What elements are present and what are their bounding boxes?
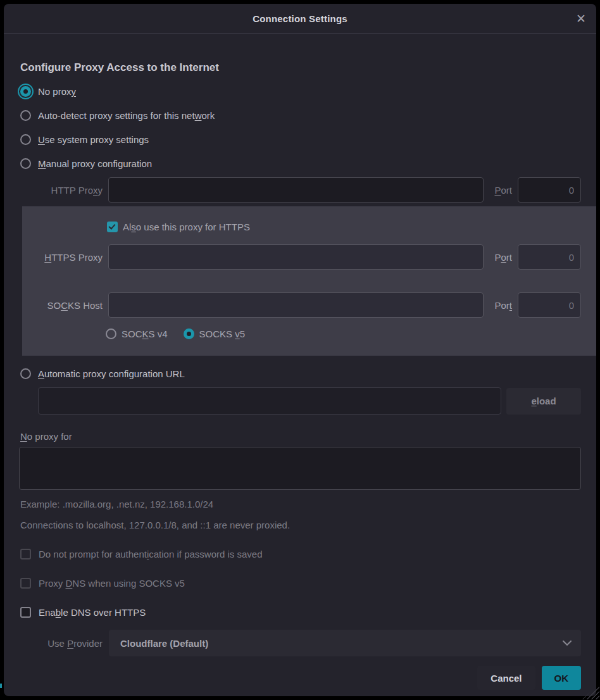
- http-proxy-label: HTTP Proxy: [19, 185, 103, 196]
- radio-row-manual-proxy[interactable]: Manual proxy configuration: [19, 151, 581, 175]
- radio-socks-v4[interactable]: [106, 328, 116, 339]
- no-proxy-example-text: Example: .mozilla.org, .net.nz, 192.168.…: [20, 499, 581, 509]
- radio-socks-v5-label: SOCKS v5: [199, 328, 246, 339]
- https-port-label: Port: [489, 252, 512, 263]
- https-proxy-label: HTTPS Proxy: [22, 252, 103, 263]
- http-proxy-row: HTTP Proxy Port: [19, 177, 581, 203]
- radio-auto-url[interactable]: [20, 368, 31, 379]
- radio-system-proxy-label: Use system proxy settings: [38, 134, 149, 145]
- socks-port-input[interactable]: [518, 292, 581, 318]
- background-page-sliver: [0, 684, 2, 688]
- no-prompt-auth-checkbox[interactable]: [20, 549, 31, 559]
- ok-button[interactable]: OK: [542, 666, 582, 690]
- cancel-button[interactable]: Cancel: [477, 666, 535, 690]
- enable-doh-label: Enable DNS over HTTPS: [39, 607, 146, 618]
- no-proxy-for-textarea[interactable]: [19, 447, 581, 490]
- http-port-label: Port: [489, 185, 512, 196]
- radio-no-proxy[interactable]: [20, 86, 31, 97]
- highlighted-section: Also use this proxy for HTTPS HTTPS Prox…: [22, 206, 596, 356]
- radio-manual-proxy[interactable]: [20, 158, 31, 169]
- socks-host-row: SOCKS Host Port: [22, 292, 581, 318]
- chevron-down-icon: [562, 640, 572, 646]
- radio-system-proxy[interactable]: [20, 134, 31, 145]
- http-port-input[interactable]: [518, 177, 581, 203]
- radio-auto-detect-label: Auto-detect proxy settings for this netw…: [38, 110, 215, 121]
- dialog-content: Configure Proxy Access to the Internet N…: [4, 61, 596, 690]
- https-port-input[interactable]: [518, 244, 581, 270]
- radio-auto-url-label: Automatic proxy configuration URL: [38, 368, 185, 379]
- options-checkbox-group: Do not prompt for authentication if pass…: [19, 539, 581, 627]
- radio-manual-proxy-label: Manual proxy configuration: [38, 158, 152, 169]
- connection-settings-dialog: Connection Settings ✕ Configure Proxy Ac…: [4, 4, 596, 696]
- radio-socks-v4-label: SOCKS v4: [122, 328, 168, 339]
- no-prompt-auth-row[interactable]: Do not prompt for authentication if pass…: [19, 539, 581, 568]
- radio-row-auto-detect[interactable]: Auto-detect proxy settings for this netw…: [19, 103, 581, 127]
- provider-select[interactable]: Cloudflare (Default): [109, 630, 581, 656]
- socks-host-input[interactable]: [108, 292, 484, 318]
- also-https-checkbox[interactable]: [107, 222, 118, 232]
- no-prompt-auth-label: Do not prompt for authentication if pass…: [39, 549, 263, 559]
- socks-host-label: SOCKS Host: [22, 300, 103, 311]
- radio-auto-detect[interactable]: [20, 110, 31, 121]
- auto-url-input-row: eload: [38, 387, 581, 415]
- doh-provider-row: Use Provider Cloudflare (Default): [19, 630, 581, 656]
- radio-row-auto-url[interactable]: Automatic proxy configuration URL: [19, 361, 581, 386]
- proxy-dns-checkbox[interactable]: [20, 578, 31, 589]
- dialog-actions: Cancel OK: [19, 666, 581, 690]
- proxy-dns-row[interactable]: Proxy DNS when using SOCKS v5: [19, 568, 581, 597]
- dialog-titlebar: Connection Settings ✕: [4, 4, 596, 34]
- enable-doh-checkbox[interactable]: [20, 607, 31, 618]
- close-icon[interactable]: ✕: [576, 13, 586, 25]
- dialog-title: Connection Settings: [253, 13, 347, 24]
- no-proxy-note-text: Connections to localhost, 127.0.0.1/8, a…: [20, 520, 581, 530]
- https-proxy-input[interactable]: [108, 244, 484, 270]
- no-proxy-for-label: No proxy for: [20, 431, 581, 442]
- enable-doh-row[interactable]: Enable DNS over HTTPS: [19, 597, 581, 627]
- radio-socks-v5[interactable]: [184, 328, 194, 339]
- reload-button[interactable]: eload: [506, 388, 581, 415]
- also-https-row[interactable]: Also use this proxy for HTTPS: [106, 214, 581, 239]
- https-proxy-row: HTTPS Proxy Port: [22, 244, 581, 270]
- provider-select-value: Cloudflare (Default): [120, 638, 208, 649]
- use-provider-label: Use Provider: [19, 638, 103, 649]
- socks-port-label: Port: [489, 300, 512, 311]
- http-proxy-input[interactable]: [108, 177, 484, 203]
- socks-version-row: SOCKS v4 SOCKS v5: [106, 323, 581, 344]
- page-title: Configure Proxy Access to the Internet: [20, 61, 581, 74]
- radio-row-system-proxy[interactable]: Use system proxy settings: [19, 127, 581, 151]
- radio-row-no-proxy[interactable]: No proxy: [19, 79, 581, 103]
- proxy-dns-label: Proxy DNS when using SOCKS v5: [39, 578, 185, 589]
- also-https-label: Also use this proxy for HTTPS: [123, 222, 250, 232]
- auto-url-input[interactable]: [38, 387, 501, 415]
- radio-no-proxy-label: No proxy: [38, 86, 76, 97]
